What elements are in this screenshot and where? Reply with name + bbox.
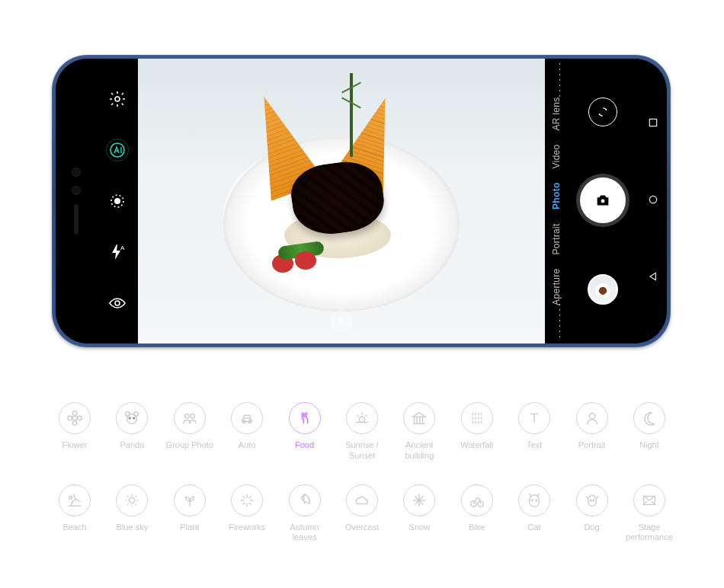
scene-item-panda[interactable]: Panda — [107, 402, 157, 462]
beach-icon — [59, 484, 91, 516]
android-nav-bar — [639, 59, 667, 344]
scene-item-plant[interactable]: Plant — [165, 484, 215, 544]
overcast-icon — [346, 484, 378, 516]
camera-swap-button[interactable] — [588, 97, 617, 126]
scene-item-food[interactable]: Food — [280, 402, 330, 462]
scene-label: Cat — [528, 522, 541, 533]
earpiece-speaker — [74, 204, 78, 235]
scene-label: Fireworks — [229, 522, 265, 533]
mode-photo[interactable]: Photo — [549, 177, 563, 216]
svg-text:A: A — [120, 244, 125, 251]
herb-graphic — [350, 73, 353, 157]
scene-item-sunrise[interactable]: Sunrise / Sunset — [337, 402, 387, 462]
scene-item-fireworks[interactable]: Fireworks — [222, 484, 272, 544]
mode-video[interactable]: Video — [549, 139, 563, 175]
mode-portrait[interactable]: Portrait — [549, 217, 563, 260]
svg-point-0 — [115, 97, 120, 101]
stage-icon — [633, 484, 665, 516]
text-icon — [518, 402, 550, 434]
scene-item-night[interactable]: Night — [624, 402, 674, 462]
scene-item-text[interactable]: Text — [509, 402, 559, 462]
scene-item-bluesky[interactable]: Blue sky — [107, 484, 157, 544]
scene-label: Plant — [180, 522, 199, 533]
scene-label: Portrait — [578, 440, 605, 451]
scene-item-bike[interactable]: Bike — [452, 484, 502, 544]
scene-label: Night — [639, 440, 659, 451]
bike-icon — [461, 484, 493, 516]
front-camera-1 — [72, 168, 81, 177]
scene-item-ancient[interactable]: Ancient building — [394, 402, 444, 462]
scene-item-waterfall[interactable]: Waterfall — [452, 402, 502, 462]
ai-icon — [108, 141, 127, 159]
ancient-icon — [403, 402, 435, 434]
triangle-icon — [647, 270, 659, 283]
svg-point-5 — [115, 301, 120, 305]
scene-item-stage[interactable]: Stage performance — [624, 484, 674, 544]
scene-label: Sunrise / Sunset — [345, 440, 378, 462]
svg-rect-7 — [649, 120, 656, 126]
scene-item-auto[interactable]: Auto — [222, 402, 272, 462]
nav-home-button[interactable] — [647, 193, 659, 209]
svg-point-8 — [649, 196, 656, 203]
scene-label: Group Photo — [166, 440, 213, 451]
mode-aperture[interactable]: Aperture — [549, 262, 563, 311]
scene-item-portrait[interactable]: Portrait — [567, 402, 617, 462]
camera-swap-icon — [596, 105, 610, 119]
scene-item-group[interactable]: Group Photo — [165, 402, 215, 462]
panda-icon — [116, 402, 148, 434]
scene-label: Beach — [62, 522, 86, 533]
shutter-button[interactable] — [580, 177, 626, 223]
ai-scene-row-2: BeachBlue skyPlantFireworksAutumn leaves… — [50, 484, 674, 544]
square-icon — [647, 117, 659, 129]
food-icon — [289, 402, 321, 434]
portrait-icon — [576, 402, 608, 434]
camera-right-toolbar — [566, 59, 639, 344]
svg-point-1 — [111, 143, 124, 157]
flower-icon — [59, 402, 91, 434]
live-photo-button[interactable] — [106, 190, 129, 213]
gallery-thumbnail[interactable] — [588, 274, 618, 305]
scene-label: Waterfall — [460, 440, 493, 451]
waterfall-icon — [461, 402, 493, 434]
mode-strip[interactable]: AR lensVideoPhotoPortraitAperture — [545, 59, 566, 344]
camera-viewfinder[interactable] — [138, 59, 545, 344]
cat-icon — [518, 484, 550, 516]
plant-icon — [174, 484, 206, 516]
scene-label: Panda — [120, 440, 144, 451]
scene-label: Blue sky — [117, 522, 149, 533]
camera-icon — [594, 192, 611, 209]
scene-item-overcast[interactable]: Overcast — [337, 484, 387, 544]
notch — [56, 59, 97, 344]
group-icon — [174, 402, 206, 434]
snow-icon — [403, 484, 435, 516]
live-photo-icon — [108, 192, 127, 210]
scene-item-beach[interactable]: Beach — [50, 484, 100, 544]
scene-label: Dog — [584, 522, 599, 533]
svg-point-6 — [601, 199, 605, 203]
beauty-button[interactable] — [106, 292, 129, 315]
settings-button[interactable] — [106, 88, 129, 110]
food-icon — [335, 315, 348, 328]
flash-button[interactable]: A — [106, 241, 129, 264]
camera-left-toolbar: A — [97, 59, 138, 344]
sunrise-icon — [346, 402, 378, 434]
scene-label: Autumn leaves — [280, 522, 330, 544]
leaves-icon — [289, 484, 321, 516]
mode-list: AR lensVideoPhotoPortraitAperture — [549, 91, 563, 311]
veg-graphic — [272, 247, 333, 274]
scene-item-snow[interactable]: Snow — [394, 484, 444, 544]
phone-frame: A AR lensVideoPhotoPortraitApert — [52, 55, 671, 347]
nav-back-button[interactable] — [647, 270, 659, 286]
svg-point-2 — [114, 198, 120, 204]
nav-recent-button[interactable] — [647, 117, 659, 132]
scene-item-leaves[interactable]: Autumn leaves — [280, 484, 330, 544]
detected-scene-badge — [330, 310, 353, 333]
ai-mode-button[interactable] — [106, 139, 129, 161]
phone-screen: A AR lensVideoPhotoPortraitApert — [56, 59, 667, 344]
scene-item-dog[interactable]: Dog — [567, 484, 617, 544]
night-icon — [633, 402, 665, 434]
scene-item-flower[interactable]: Flower — [50, 402, 100, 462]
scene-item-cat[interactable]: Cat — [509, 484, 559, 544]
mode-ar-lens[interactable]: AR lens — [549, 91, 563, 136]
gear-icon — [108, 90, 127, 108]
